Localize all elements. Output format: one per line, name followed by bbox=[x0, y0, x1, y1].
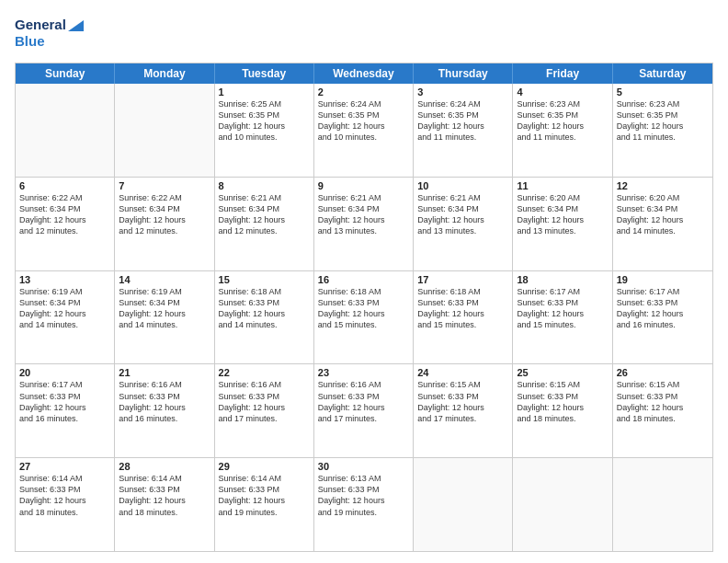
cal-cell bbox=[613, 458, 712, 551]
day-number: 11 bbox=[517, 180, 608, 191]
cell-info: Sunrise: 6:19 AM Sunset: 6:34 PM Dayligh… bbox=[119, 286, 210, 331]
cell-info: Sunrise: 6:22 AM Sunset: 6:34 PM Dayligh… bbox=[119, 192, 210, 237]
day-number: 2 bbox=[318, 86, 409, 98]
cal-cell: 2Sunrise: 6:24 AM Sunset: 6:35 PM Daylig… bbox=[314, 84, 414, 177]
day-number: 16 bbox=[318, 274, 409, 285]
cell-info: Sunrise: 6:14 AM Sunset: 6:33 PM Dayligh… bbox=[219, 473, 310, 518]
cell-info: Sunrise: 6:16 AM Sunset: 6:33 PM Dayligh… bbox=[318, 379, 409, 424]
cell-info: Sunrise: 6:14 AM Sunset: 6:33 PM Dayligh… bbox=[19, 473, 110, 518]
day-number: 21 bbox=[119, 367, 210, 378]
cal-cell: 7Sunrise: 6:22 AM Sunset: 6:34 PM Daylig… bbox=[115, 178, 214, 270]
cal-cell: 5Sunrise: 6:23 AM Sunset: 6:35 PM Daylig… bbox=[613, 84, 712, 177]
logo: General Blue bbox=[15, 11, 97, 55]
svg-marker-1 bbox=[68, 20, 84, 31]
cell-info: Sunrise: 6:16 AM Sunset: 6:33 PM Dayligh… bbox=[119, 379, 210, 424]
cal-cell: 1Sunrise: 6:25 AM Sunset: 6:35 PM Daylig… bbox=[215, 84, 314, 177]
cal-cell: 15Sunrise: 6:18 AM Sunset: 6:33 PM Dayli… bbox=[215, 271, 314, 364]
cal-cell: 26Sunrise: 6:15 AM Sunset: 6:33 PM Dayli… bbox=[613, 364, 712, 457]
cal-header-wednesday: Wednesday bbox=[314, 63, 414, 84]
cal-cell: 4Sunrise: 6:23 AM Sunset: 6:35 PM Daylig… bbox=[513, 84, 612, 177]
day-number: 3 bbox=[417, 86, 508, 98]
cal-week-3: 13Sunrise: 6:19 AM Sunset: 6:34 PM Dayli… bbox=[16, 270, 712, 364]
day-number: 29 bbox=[219, 461, 310, 472]
cal-cell: 20Sunrise: 6:17 AM Sunset: 6:33 PM Dayli… bbox=[16, 364, 115, 457]
day-number: 17 bbox=[417, 274, 508, 285]
cal-header-thursday: Thursday bbox=[414, 63, 513, 84]
cal-cell: 13Sunrise: 6:19 AM Sunset: 6:34 PM Dayli… bbox=[16, 271, 115, 364]
cell-info: Sunrise: 6:24 AM Sunset: 6:35 PM Dayligh… bbox=[417, 98, 508, 144]
day-number: 14 bbox=[119, 274, 210, 285]
logo-icon: General Blue bbox=[15, 11, 97, 52]
cell-info: Sunrise: 6:23 AM Sunset: 6:35 PM Dayligh… bbox=[617, 98, 709, 144]
cal-header-tuesday: Tuesday bbox=[215, 63, 314, 84]
day-number: 30 bbox=[318, 461, 409, 472]
day-number: 18 bbox=[517, 274, 608, 285]
cell-info: Sunrise: 6:13 AM Sunset: 6:33 PM Dayligh… bbox=[318, 473, 409, 518]
cal-week-4: 20Sunrise: 6:17 AM Sunset: 6:33 PM Dayli… bbox=[16, 363, 712, 457]
cal-cell: 10Sunrise: 6:21 AM Sunset: 6:34 PM Dayli… bbox=[414, 178, 513, 270]
cal-week-5: 27Sunrise: 6:14 AM Sunset: 6:33 PM Dayli… bbox=[16, 457, 712, 551]
cal-cell: 3Sunrise: 6:24 AM Sunset: 6:35 PM Daylig… bbox=[414, 84, 513, 177]
cell-info: Sunrise: 6:14 AM Sunset: 6:33 PM Dayligh… bbox=[119, 473, 210, 518]
cal-cell: 18Sunrise: 6:17 AM Sunset: 6:33 PM Dayli… bbox=[513, 271, 612, 364]
day-number: 4 bbox=[517, 86, 608, 98]
day-number: 22 bbox=[219, 367, 310, 378]
cal-cell: 8Sunrise: 6:21 AM Sunset: 6:34 PM Daylig… bbox=[215, 178, 314, 270]
cell-info: Sunrise: 6:17 AM Sunset: 6:33 PM Dayligh… bbox=[19, 379, 110, 424]
cell-info: Sunrise: 6:15 AM Sunset: 6:33 PM Dayligh… bbox=[417, 379, 508, 424]
cal-cell: 17Sunrise: 6:18 AM Sunset: 6:33 PM Dayli… bbox=[414, 271, 513, 364]
day-number: 12 bbox=[617, 180, 709, 191]
cal-cell: 23Sunrise: 6:16 AM Sunset: 6:33 PM Dayli… bbox=[314, 364, 414, 457]
cal-header-monday: Monday bbox=[115, 63, 214, 84]
cal-header-saturday: Saturday bbox=[613, 63, 712, 84]
cal-cell bbox=[513, 458, 612, 551]
cell-info: Sunrise: 6:17 AM Sunset: 6:33 PM Dayligh… bbox=[617, 286, 709, 331]
cal-cell: 28Sunrise: 6:14 AM Sunset: 6:33 PM Dayli… bbox=[115, 458, 214, 551]
day-number: 15 bbox=[219, 274, 310, 285]
day-number: 13 bbox=[19, 274, 110, 285]
cal-cell: 12Sunrise: 6:20 AM Sunset: 6:34 PM Dayli… bbox=[613, 178, 712, 270]
day-number: 26 bbox=[617, 367, 709, 378]
cal-cell: 24Sunrise: 6:15 AM Sunset: 6:33 PM Dayli… bbox=[414, 364, 513, 457]
day-number: 28 bbox=[119, 461, 210, 472]
cal-cell bbox=[115, 84, 214, 177]
header: General Blue bbox=[15, 11, 713, 55]
day-number: 19 bbox=[617, 274, 709, 285]
cal-cell: 19Sunrise: 6:17 AM Sunset: 6:33 PM Dayli… bbox=[613, 271, 712, 364]
cell-info: Sunrise: 6:22 AM Sunset: 6:34 PM Dayligh… bbox=[19, 192, 110, 237]
calendar-body: 1Sunrise: 6:25 AM Sunset: 6:35 PM Daylig… bbox=[16, 84, 712, 551]
day-number: 23 bbox=[318, 367, 409, 378]
cal-header-sunday: Sunday bbox=[16, 63, 115, 84]
cal-cell: 25Sunrise: 6:15 AM Sunset: 6:33 PM Dayli… bbox=[513, 364, 612, 457]
cal-header-friday: Friday bbox=[513, 63, 612, 84]
calendar-header-row: SundayMondayTuesdayWednesdayThursdayFrid… bbox=[16, 63, 712, 84]
day-number: 9 bbox=[318, 180, 409, 191]
svg-text:Blue: Blue bbox=[15, 33, 45, 49]
cal-cell: 14Sunrise: 6:19 AM Sunset: 6:34 PM Dayli… bbox=[115, 271, 214, 364]
cal-cell: 21Sunrise: 6:16 AM Sunset: 6:33 PM Dayli… bbox=[115, 364, 214, 457]
cal-cell: 22Sunrise: 6:16 AM Sunset: 6:33 PM Dayli… bbox=[215, 364, 314, 457]
cal-cell: 29Sunrise: 6:14 AM Sunset: 6:33 PM Dayli… bbox=[215, 458, 314, 551]
cal-cell bbox=[414, 458, 513, 551]
cal-cell: 27Sunrise: 6:14 AM Sunset: 6:33 PM Dayli… bbox=[16, 458, 115, 551]
page: General Blue SundayMondayTuesdayWednesda… bbox=[0, 0, 728, 563]
day-number: 5 bbox=[617, 86, 709, 98]
calendar: SundayMondayTuesdayWednesdayThursdayFrid… bbox=[15, 63, 713, 552]
svg-text:General: General bbox=[15, 17, 66, 32]
cal-week-2: 6Sunrise: 6:22 AM Sunset: 6:34 PM Daylig… bbox=[16, 177, 712, 270]
cell-info: Sunrise: 6:18 AM Sunset: 6:33 PM Dayligh… bbox=[318, 286, 409, 331]
day-number: 24 bbox=[417, 367, 508, 378]
cal-week-1: 1Sunrise: 6:25 AM Sunset: 6:35 PM Daylig… bbox=[16, 84, 712, 177]
cell-info: Sunrise: 6:15 AM Sunset: 6:33 PM Dayligh… bbox=[617, 379, 709, 424]
day-number: 6 bbox=[19, 180, 110, 191]
cell-info: Sunrise: 6:24 AM Sunset: 6:35 PM Dayligh… bbox=[318, 98, 409, 144]
cal-cell: 30Sunrise: 6:13 AM Sunset: 6:33 PM Dayli… bbox=[314, 458, 414, 551]
cell-info: Sunrise: 6:18 AM Sunset: 6:33 PM Dayligh… bbox=[219, 286, 310, 331]
cal-cell bbox=[16, 84, 115, 177]
cal-cell: 6Sunrise: 6:22 AM Sunset: 6:34 PM Daylig… bbox=[16, 178, 115, 270]
cell-info: Sunrise: 6:20 AM Sunset: 6:34 PM Dayligh… bbox=[517, 192, 608, 237]
cal-cell: 11Sunrise: 6:20 AM Sunset: 6:34 PM Dayli… bbox=[513, 178, 612, 270]
day-number: 1 bbox=[219, 86, 310, 98]
day-number: 10 bbox=[417, 180, 508, 191]
cell-info: Sunrise: 6:17 AM Sunset: 6:33 PM Dayligh… bbox=[517, 286, 608, 331]
